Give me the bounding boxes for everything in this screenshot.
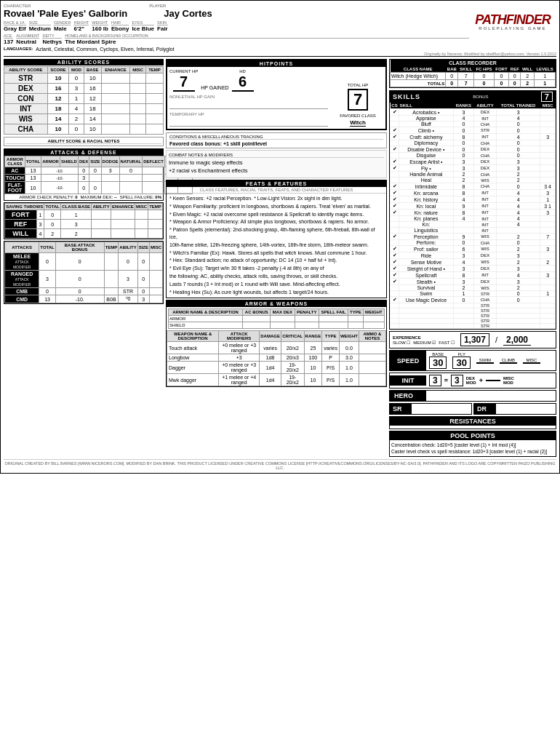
skill-ranks-cell: 4 bbox=[453, 196, 473, 203]
skill-misc-cell bbox=[540, 319, 556, 324]
skill-total-cell bbox=[496, 319, 540, 324]
skill-name-cell: Escape Artist • bbox=[399, 159, 454, 165]
ability-misc-cell[interactable] bbox=[130, 84, 146, 94]
wpn-damage: 1d4 bbox=[260, 374, 281, 386]
dr-section: DR bbox=[473, 403, 556, 415]
ability-temp-cell[interactable] bbox=[146, 114, 164, 124]
skill-row: Kn: planes 4 INT 4 bbox=[391, 216, 556, 222]
col-dodge: DODGE bbox=[101, 156, 119, 167]
ability-enhance-cell[interactable] bbox=[101, 104, 130, 114]
skill-ability-cell: DEX bbox=[474, 146, 497, 153]
hp-main: CURRENT HP 7 HP GAINED HD 6 NONLETHAL HP… bbox=[169, 69, 328, 127]
class-col-name: CLASS NAME bbox=[391, 66, 446, 73]
skill-misc-cell bbox=[540, 172, 556, 178]
skill-total-cell bbox=[496, 308, 540, 314]
ranged-size: 0 bbox=[137, 271, 149, 288]
skill-cs-cell: ✔ bbox=[391, 259, 399, 266]
nonlethal-value[interactable] bbox=[169, 99, 328, 109]
skill-misc-cell bbox=[540, 324, 556, 329]
skill-ability-cell: DEX bbox=[474, 279, 497, 285]
ability-misc-cell[interactable] bbox=[130, 114, 146, 124]
ability-temp-cell[interactable] bbox=[146, 73, 164, 84]
ability-misc-cell[interactable] bbox=[130, 94, 146, 104]
ability-base-cell[interactable]: 12 bbox=[84, 94, 101, 104]
ability-enhance-cell[interactable] bbox=[101, 114, 130, 124]
weapons-table: WEAPON NAME & DESCRIPTION ATTACK MODIFIE… bbox=[167, 330, 386, 386]
middle-column: HITPOINTS CURRENT HP 7 HP GAINED HD 6 bbox=[166, 59, 387, 457]
skill-ability-cell: STR bbox=[474, 308, 497, 314]
ability-temp-cell[interactable] bbox=[146, 104, 164, 114]
ability-misc-cell[interactable] bbox=[130, 104, 146, 114]
col-temp: TEMP bbox=[146, 67, 164, 73]
skill-name-cell: Kn: arcana bbox=[399, 190, 454, 196]
class-fc: 0 bbox=[474, 73, 494, 80]
melee-ability: 0 bbox=[119, 253, 137, 271]
ability-misc-cell[interactable] bbox=[130, 124, 146, 135]
init-dex: 3 bbox=[451, 375, 463, 386]
class-col-ref: REF bbox=[509, 66, 521, 73]
speed-values: BASE 30 FLY 30 SWIM CLIMB bbox=[426, 351, 556, 370]
ability-temp-cell[interactable] bbox=[146, 84, 164, 94]
ranged-total: 3 bbox=[39, 271, 55, 288]
ability-score-cell[interactable]: 18 bbox=[47, 104, 69, 114]
ability-temp-cell[interactable] bbox=[146, 94, 164, 104]
skill-misc-cell bbox=[540, 127, 556, 134]
flatfoot-row: FLAT-FOOT 10 -10. 0 0 bbox=[5, 182, 193, 194]
ability-enhance-cell[interactable] bbox=[101, 73, 130, 84]
skill-name-cell: Swim bbox=[399, 291, 454, 297]
temporary-value[interactable] bbox=[169, 116, 328, 127]
ability-score-cell[interactable]: 10 bbox=[47, 73, 69, 84]
armor-pen bbox=[295, 316, 319, 322]
speed-swim-value bbox=[476, 362, 494, 364]
skill-col-name: SKILL bbox=[399, 103, 454, 109]
wpn-col-range: RANGE bbox=[304, 331, 322, 342]
ability-base-cell[interactable]: 18 bbox=[84, 104, 101, 114]
skill-total-cell: 2 bbox=[496, 172, 540, 178]
ability-base-cell[interactable]: 10 bbox=[84, 73, 101, 84]
skill-cs-cell bbox=[391, 172, 399, 178]
ability-score-cell[interactable]: 10 bbox=[47, 124, 69, 135]
saves-table: SAVING THROWS TOTAL CLASS BASE ABILITY E… bbox=[4, 203, 163, 239]
ability-temp-cell[interactable] bbox=[146, 124, 164, 135]
pathfinder-logo: PATHFINDER ROLEPLAYING GAME bbox=[469, 4, 556, 40]
current-hp-value[interactable]: 7 bbox=[173, 73, 195, 92]
skill-cs-cell: ✔ bbox=[391, 252, 399, 259]
skill-ability-cell: WIS bbox=[474, 246, 497, 252]
ability-enhance-cell[interactable] bbox=[101, 84, 130, 94]
skill-ability-cell: WIS bbox=[474, 178, 497, 183]
resistances-label: RESISTANCES bbox=[390, 417, 556, 426]
save-enhance bbox=[92, 220, 111, 229]
skill-cs-cell: ✔ bbox=[391, 272, 399, 279]
wpn-type: P/S bbox=[322, 374, 340, 386]
skill-name-cell: Sleight of Hand • bbox=[399, 266, 454, 272]
flatfoot-total: 10 bbox=[25, 182, 41, 194]
skill-name-cell: Kn: planes bbox=[399, 216, 454, 222]
ability-base-cell[interactable]: 14 bbox=[84, 114, 101, 124]
cmd-row: CMD 13 -10. B0B ⁰0 3 bbox=[5, 295, 163, 303]
skill-misc-cell: 3 1 bbox=[540, 203, 556, 210]
ability-enhance-cell[interactable] bbox=[101, 94, 130, 104]
weapon-row: Touch attack +0 melee or +3 ranged varie… bbox=[167, 342, 386, 354]
homeland-value: The Mordant Spire bbox=[65, 39, 469, 45]
skill-total-cell: 2 bbox=[496, 246, 540, 252]
ability-misc-cell[interactable] bbox=[130, 73, 146, 84]
ability-base-cell[interactable]: 10 bbox=[84, 124, 101, 135]
ranged-ability: 3 bbox=[119, 271, 137, 288]
class-totals-row: TOTALS 0 7 0 0 0 2 1 bbox=[391, 80, 556, 87]
save-base: 0 bbox=[44, 220, 61, 229]
ability-score-cell[interactable]: 16 bbox=[47, 84, 69, 94]
skill-ranks-cell: 8 bbox=[453, 134, 473, 140]
skill-misc-cell bbox=[540, 252, 556, 259]
totals-fc: 0 bbox=[474, 80, 494, 87]
ability-enhance-cell[interactable] bbox=[101, 124, 130, 135]
total-hp-value: 7 bbox=[348, 89, 368, 111]
wpn-weight: 0.0 bbox=[339, 342, 359, 354]
save-misc bbox=[111, 229, 135, 239]
skill-name-cell: Fly • bbox=[399, 165, 454, 172]
atk-col-name: ATTACKS bbox=[5, 242, 39, 253]
ability-score-cell[interactable]: 12 bbox=[47, 94, 69, 104]
ability-score-cell[interactable]: 14 bbox=[47, 114, 69, 124]
shield-sf bbox=[319, 322, 348, 329]
skill-ranks-cell: 3 bbox=[453, 159, 473, 165]
ability-base-cell[interactable]: 16 bbox=[84, 84, 101, 94]
